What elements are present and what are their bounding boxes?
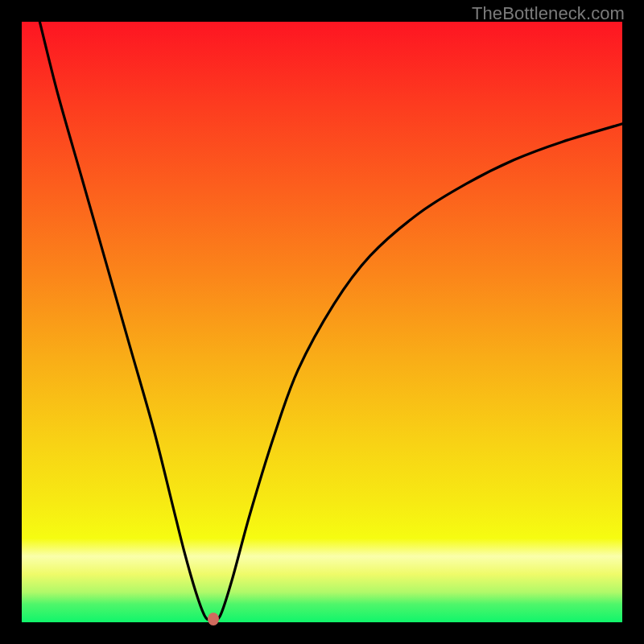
bottleneck-curve xyxy=(22,22,622,622)
sweet-spot-marker xyxy=(208,613,219,625)
plot-area xyxy=(22,22,622,622)
chart-frame: TheBottleneck.com xyxy=(0,0,644,644)
watermark-text: TheBottleneck.com xyxy=(472,3,625,24)
